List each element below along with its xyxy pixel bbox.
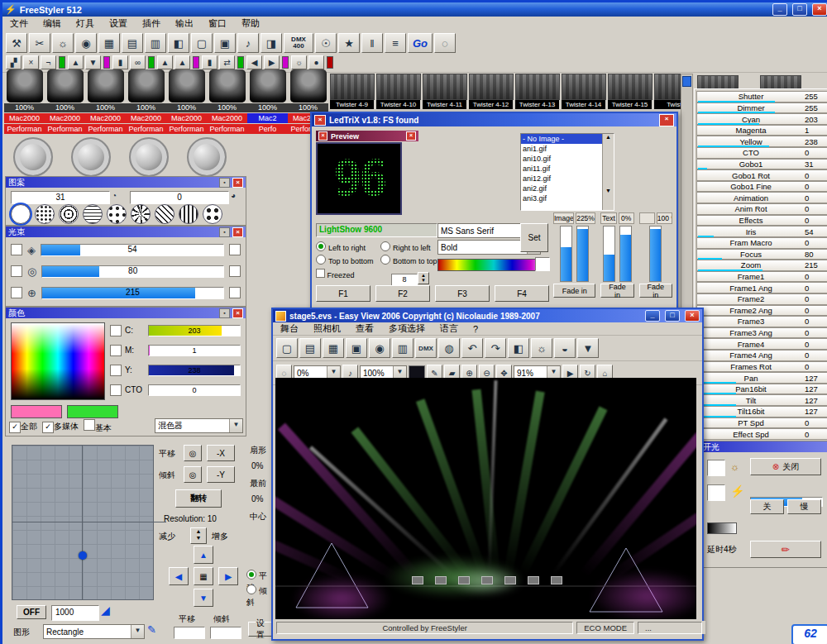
beam-checkbox[interactable] [11, 244, 22, 255]
chevron-down-icon[interactable]: ▼ [229, 419, 242, 432]
beam-panel-header[interactable]: 光束 ▪ × [6, 227, 246, 237]
favorites-icon[interactable]: ★ [338, 33, 360, 53]
easyview-menu-item[interactable]: 照相机 [306, 322, 348, 336]
search-icon[interactable]: ◌ [434, 33, 456, 53]
color-checkbox[interactable] [110, 345, 122, 356]
globe-icon[interactable]: ◍ [438, 338, 460, 358]
fade-in-button[interactable]: Fade in [639, 284, 672, 298]
gobo-rot-value-field[interactable]: 0 [130, 191, 229, 204]
highlight-icon[interactable]: ☼ [291, 55, 307, 69]
vertical-fader[interactable] [560, 226, 572, 282]
ledtrix-titlebar[interactable]: × LedTriX v1.8: FS found × [312, 113, 676, 126]
channel-row[interactable]: Tilt16bit127 [696, 406, 827, 417]
channel-row[interactable]: Gobo131 [696, 159, 827, 170]
pin-icon[interactable]: ▪ [219, 178, 230, 188]
channel-row[interactable]: Frame30 [696, 316, 827, 327]
channel-row[interactable]: Focus80 [696, 249, 827, 260]
more-label[interactable]: 增多 [212, 531, 228, 542]
fine-icon[interactable]: ◢ [101, 603, 110, 617]
channel-row[interactable]: Pan16bit127 [696, 384, 827, 395]
neg-x-button[interactable]: -X [207, 445, 235, 461]
easyview-menu-item[interactable]: ? [466, 323, 485, 335]
fixture-twister[interactable]: Twister 4-10 [376, 74, 420, 109]
channel-row[interactable]: Frame2 Ang0 [696, 305, 827, 317]
pause-icon[interactable]: ‖ [361, 33, 383, 53]
channel-row[interactable]: Fram Macro0 [696, 237, 827, 249]
color-channel-slider[interactable]: 1 [148, 345, 241, 356]
menu-item[interactable]: 文件 [2, 17, 36, 31]
lamp-icon[interactable]: ☼ [52, 33, 74, 53]
gobo-thumb-stars[interactable] [107, 204, 127, 224]
channel-row[interactable]: PT Spd0 [696, 417, 827, 429]
monitor-icon[interactable]: ◧ [508, 338, 529, 358]
beam-fine-box[interactable] [229, 265, 241, 277]
sound-icon[interactable]: ♪ [237, 33, 259, 53]
lamp-checkbox[interactable] [707, 460, 725, 476]
file-item[interactable]: ani1.gif [521, 144, 614, 154]
even-icon[interactable]: ▲ [174, 55, 190, 69]
fkey-f1[interactable]: F1 [316, 285, 370, 302]
fast-button[interactable]: 关 [750, 499, 784, 514]
dimmer-gradient[interactable] [707, 522, 737, 534]
minimize-button[interactable]: _ [772, 3, 787, 16]
maximize-button[interactable]: □ [792, 3, 807, 16]
color-checkbox[interactable] [110, 325, 122, 336]
channel-row[interactable]: Animation0 [696, 192, 827, 203]
menu-item[interactable]: 编辑 [36, 17, 69, 31]
panel-close-icon[interactable]: × [232, 308, 243, 318]
arrow-up-icon[interactable]: ▲ [68, 55, 84, 69]
preview-titlebar[interactable]: × Preview × [316, 131, 418, 141]
slow-button[interactable]: 慢 [787, 499, 821, 514]
off-button[interactable]: OFF [17, 605, 46, 619]
strobe-checkbox[interactable] [707, 484, 725, 501]
pair-icon[interactable]: ▮ [202, 55, 218, 69]
menu-item[interactable]: 帮助 [234, 17, 267, 31]
link-icon[interactable]: ∞ [130, 55, 146, 69]
fixture-head[interactable]: 100%Mac2000Performan [166, 69, 207, 134]
lamp-off-button[interactable]: ⊗ 关闭 [750, 458, 821, 475]
channel-row[interactable]: Anim Rot0 [696, 203, 827, 215]
gobo-thumb-lines[interactable] [155, 204, 174, 224]
tools-icon[interactable]: ⚒ [6, 33, 27, 53]
channel-row[interactable]: Effects0 [696, 215, 827, 227]
vertical-fader[interactable] [603, 226, 615, 282]
deselect-icon[interactable]: × [23, 55, 39, 69]
vertical-fader[interactable] [619, 226, 632, 282]
channel-row[interactable]: Cyan203 [696, 113, 827, 125]
channel-row[interactable]: Frames Rot0 [696, 361, 827, 373]
direction-radio[interactable]: Bottom to top [380, 254, 437, 265]
blackout-icon[interactable]: ● [308, 55, 324, 69]
easyview-maximize[interactable]: □ [665, 310, 680, 322]
swap-icon[interactable]: ⇄ [219, 55, 235, 69]
next-icon[interactable]: ▶ [264, 55, 280, 69]
fixture-par[interactable] [62, 136, 120, 177]
text-color-bar[interactable] [437, 259, 550, 271]
arrow-down-button[interactable]: ▼ [194, 589, 213, 607]
file-item[interactable]: ani3.gif [521, 193, 614, 203]
vertical-fader[interactable] [576, 226, 589, 282]
easyview-titlebar[interactable]: stage5.evs - Easy View 2006 Copyright (c… [273, 309, 702, 322]
channel-row[interactable]: Gobo1 Rot0 [696, 169, 827, 181]
fixture-twister[interactable]: Twiste [654, 74, 681, 109]
prev-icon[interactable]: ◀ [246, 55, 262, 69]
preview-close-button[interactable]: × [406, 131, 416, 141]
position-dot[interactable] [79, 551, 87, 560]
fkey-f4[interactable]: F4 [495, 285, 549, 302]
chevron-down-icon[interactable]: ▼ [131, 625, 144, 638]
fixture-head[interactable]: 100%Mac2000Performan [4, 69, 45, 134]
fixture-twister[interactable]: Twister 4-13 [515, 74, 559, 109]
channel-row[interactable]: Frame40 [696, 338, 827, 350]
neg-y-button[interactable]: -Y [207, 466, 235, 483]
pin-icon[interactable]: ▪ [219, 227, 230, 237]
screen-icon[interactable]: ▥ [392, 338, 414, 358]
fkey-f2[interactable]: F2 [375, 285, 430, 302]
color-swatch-green[interactable] [67, 405, 118, 418]
go-button[interactable]: Go [408, 33, 433, 53]
easyview-close[interactable]: × [685, 310, 700, 322]
gobo-thumb-dots[interactable] [35, 204, 55, 224]
file-item[interactable]: - No Image - [521, 134, 614, 144]
video-icon[interactable]: ▣ [346, 338, 367, 358]
menu-item[interactable]: 灯具 [69, 17, 102, 31]
flip-button[interactable]: 翻转 [175, 489, 222, 508]
faders-icon[interactable]: ≡ [385, 33, 406, 53]
